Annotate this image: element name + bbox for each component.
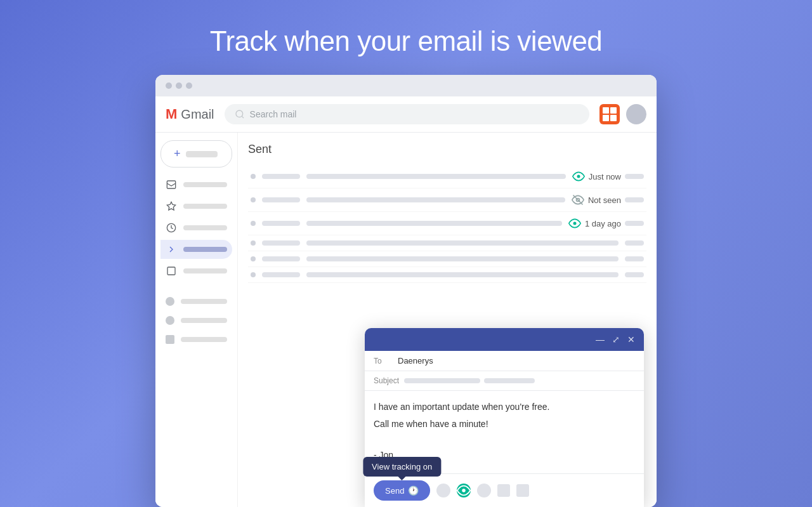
gmail-main: Sent Just now	[238, 133, 657, 507]
message-line2: Call me when have a minute!	[374, 417, 635, 431]
sidebar-label-sent	[183, 247, 227, 252]
browser-window: M Gmail Search mail +	[155, 75, 657, 507]
row-dot	[251, 272, 256, 277]
sidebar-item-inbox[interactable]	[160, 175, 232, 194]
minimize-icon[interactable]: —	[596, 334, 605, 345]
gmail-search-bar[interactable]: Search mail	[225, 104, 589, 124]
compose-subject-field[interactable]: Subject	[365, 371, 644, 391]
subject-bars	[404, 378, 635, 383]
eye-tracking-icon	[457, 484, 471, 497]
svg-point-0	[236, 110, 243, 117]
sent-heading: Sent	[248, 143, 646, 156]
compose-window: — ⤢ ✕ To Daenerys Subject	[365, 328, 644, 507]
sidebar-label-2	[181, 318, 227, 323]
browser-dot-yellow	[176, 82, 182, 89]
table-row[interactable]: Just now	[248, 165, 646, 188]
eye-slash-icon	[572, 194, 584, 206]
sidebar-item-label1[interactable]	[160, 293, 232, 310]
row-dot	[251, 256, 256, 261]
svg-point-6	[577, 175, 580, 178]
svg-marker-3	[167, 202, 175, 210]
sidebar-label-starred	[183, 204, 227, 209]
gmail-topbar: M Gmail Search mail	[155, 96, 657, 133]
label-dot-1	[166, 297, 174, 306]
row-sender-bar	[262, 221, 300, 226]
row-sender-bar	[262, 240, 300, 246]
svg-rect-5	[167, 267, 175, 275]
sidebar-item-sent[interactable]	[160, 240, 232, 259]
sidebar-item-starred[interactable]	[160, 197, 232, 216]
table-row[interactable]	[248, 267, 646, 283]
gmail-m-logo: M	[166, 106, 177, 122]
draft-icon	[166, 265, 177, 277]
apps-icon-cell	[610, 115, 617, 121]
gmail-text: Gmail	[181, 107, 214, 122]
send-clock-icon: 🕐	[408, 485, 419, 496]
subject-bar-2	[484, 378, 535, 383]
row-subject-bar	[306, 272, 619, 277]
row-sender-bar	[262, 197, 300, 202]
row-dot	[251, 240, 256, 246]
apps-icon-cell	[603, 107, 609, 114]
to-label: To	[374, 357, 393, 365]
sidebar-item-label3[interactable]	[160, 331, 232, 348]
tracking-label-not-seen: Not seen	[588, 195, 621, 205]
sidebar-label-snoozed	[183, 225, 227, 230]
tracking-bar	[625, 256, 644, 261]
browser-titlebar	[155, 75, 657, 96]
table-row[interactable]	[248, 235, 646, 251]
gmail-icons-right	[599, 104, 646, 124]
star-icon	[166, 201, 177, 212]
apps-icon[interactable]	[599, 104, 620, 124]
browser-dot-red	[166, 82, 172, 89]
table-row[interactable]: Not seen	[248, 188, 646, 212]
gmail-content: +	[155, 133, 657, 507]
apps-icon-cell	[603, 115, 609, 121]
svg-line-1	[242, 116, 244, 118]
table-row[interactable]	[248, 251, 646, 267]
svg-rect-2	[167, 181, 175, 188]
avatar[interactable]	[626, 104, 646, 124]
tracking-bar	[625, 174, 644, 179]
browser-dot-green	[186, 82, 192, 89]
sidebar-item-label2[interactable]	[160, 312, 232, 329]
tracking-label-1day: 1 day ago	[585, 219, 621, 228]
tracking-bar	[625, 221, 644, 226]
gmail-sidebar: +	[155, 133, 238, 507]
row-subject-bar	[306, 174, 566, 179]
send-button-label: Send	[385, 486, 404, 496]
svg-point-9	[573, 222, 576, 225]
table-row[interactable]: 1 day ago	[248, 212, 646, 235]
footer-circle-eye[interactable]	[457, 484, 471, 497]
label-dot-2	[166, 316, 174, 325]
sidebar-item-snoozed[interactable]	[160, 218, 232, 237]
footer-square-1	[497, 484, 510, 497]
email-list: Just now Not seen	[248, 165, 646, 283]
row-subject-bar	[306, 256, 619, 261]
row-sender-bar	[262, 272, 300, 277]
tracking-bar	[625, 240, 644, 246]
compose-button[interactable]: +	[160, 140, 232, 168]
label-square-3	[166, 335, 174, 344]
footer-circle-1	[436, 484, 450, 497]
close-icon[interactable]: ✕	[627, 334, 635, 345]
tracking-label-just-now: Just now	[589, 172, 621, 181]
inbox-icon	[166, 179, 177, 190]
row-sender-bar	[262, 174, 300, 179]
row-subject-bar	[306, 221, 562, 226]
row-dot	[251, 174, 256, 179]
expand-icon[interactable]: ⤢	[612, 334, 620, 345]
apps-icon-cell	[610, 107, 617, 114]
compose-footer: View tracking on Send 🕐	[365, 473, 644, 507]
footer-square-2	[516, 484, 529, 497]
tracking-status-not-seen: Not seen	[572, 194, 644, 206]
eye-open-icon-2	[568, 217, 581, 230]
sidebar-item-drafts[interactable]	[160, 261, 232, 280]
compose-to-field[interactable]: To Daenerys	[365, 351, 644, 371]
sidebar-label-1	[181, 299, 227, 304]
sidebar-label-inbox	[183, 182, 227, 187]
row-subject-bar	[306, 240, 619, 246]
row-dot	[251, 197, 256, 202]
svg-point-10	[462, 489, 466, 492]
compose-plus-icon: +	[174, 147, 181, 161]
